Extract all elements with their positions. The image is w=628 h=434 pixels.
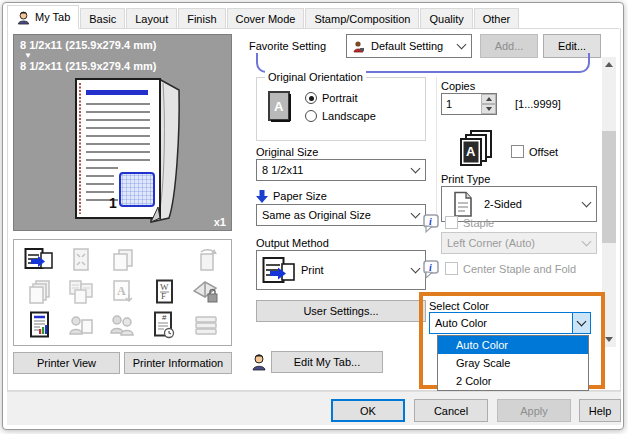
select-color-dropdown-list: Auto ColorGray Scale2 Color: [437, 335, 589, 391]
page-number-date-icon: #: [151, 311, 177, 339]
output-method-print-icon: [262, 256, 296, 286]
dialog-window: My TabBasicLayoutFinishCover ModeStamp/C…: [2, 2, 624, 430]
landscape-radio[interactable]: [305, 110, 317, 122]
original-orientation-group: Original Orientation A Portrait Landscap…: [256, 77, 426, 141]
original-size-label: Original Size: [256, 146, 318, 159]
staple-info-icon: i: [423, 214, 440, 234]
apply-button: Apply: [497, 399, 571, 422]
color-option-auto-color[interactable]: Auto Color: [438, 336, 588, 354]
tab-quality[interactable]: Quality: [420, 8, 472, 28]
edit-my-tab-button[interactable]: Edit My Tab...: [271, 351, 383, 373]
tab-bar: My TabBasicLayoutFinishCover ModeStamp/C…: [7, 5, 619, 29]
chevron-down-icon: [411, 209, 421, 219]
chevron-down-icon: [582, 198, 592, 208]
tab-label: Quality: [429, 13, 463, 25]
paper-size-label: Paper Size: [273, 190, 327, 203]
favorite-setting-value: Default Setting: [371, 40, 443, 52]
tab-cover-mode[interactable]: Cover Mode: [227, 8, 305, 28]
svg-text:A: A: [466, 144, 476, 159]
color-document-icon: [26, 311, 52, 339]
staple-checkbox: [445, 216, 458, 229]
tab-label: Stamp/Composition: [314, 13, 410, 25]
offset-checkbox[interactable]: [511, 145, 524, 158]
svg-text:i: i: [429, 216, 432, 227]
tab-basic[interactable]: Basic: [80, 8, 125, 28]
original-orientation-label: Original Orientation: [265, 71, 366, 83]
preview-arrow-down-icon: ▼: [24, 51, 32, 60]
help-button[interactable]: Help: [579, 399, 621, 422]
copies-decrement-button[interactable]: [481, 104, 496, 114]
tab-label: Basic: [89, 13, 116, 25]
svg-text:i: i: [429, 262, 432, 273]
print-type-label: Print Type: [441, 173, 490, 186]
landscape-label: Landscape: [322, 110, 376, 123]
staple-position-value: Left Corner (Auto): [447, 237, 535, 249]
two-sided-page-icon: [452, 191, 474, 218]
tab-label: Layout: [135, 13, 168, 25]
portrait-label: Portrait: [322, 92, 357, 105]
tab-layout[interactable]: Layout: [126, 8, 177, 28]
favorite-person-icon: [352, 40, 366, 54]
preview-page-number: 1: [109, 195, 117, 211]
center-staple-info-icon: i: [423, 260, 440, 280]
feature-icon-grid: A W F: [13, 239, 232, 346]
stacked-pages-icon: [26, 279, 52, 305]
printing-preferences-dialog: My TabBasicLayoutFinishCover ModeStamp/C…: [0, 0, 628, 434]
original-size-select[interactable]: 8 1/2x11: [256, 159, 426, 181]
copy-pages-icon: [109, 247, 135, 273]
paper-size-arrow-icon: [256, 190, 268, 203]
user-settings-button[interactable]: User Settings...: [256, 300, 426, 322]
account-track-icon: [107, 312, 137, 338]
svg-text:A: A: [274, 99, 284, 114]
tab-finish[interactable]: Finish: [178, 8, 225, 28]
printer-view-button[interactable]: Printer View: [13, 352, 120, 374]
original-size-value: 8 1/2x11: [262, 164, 303, 176]
preview-original-size: 8 1/2x11 (215.9x279.4 mm): [20, 39, 156, 51]
ok-button[interactable]: OK: [331, 399, 405, 422]
tab-stamp-composition[interactable]: Stamp/Composition: [305, 8, 419, 28]
print-preview-pane: 8 1/2x11 (215.9x279.4 mm) ▼ 8 1/2x11 (21…: [13, 34, 232, 231]
copies-input[interactable]: [442, 94, 481, 114]
paper-size-select[interactable]: Same as Original Size: [256, 204, 426, 226]
chevron-down-icon: [582, 237, 592, 247]
copies-range-label: [1...9999]: [515, 98, 561, 111]
favorite-setting-label: Favorite Setting: [249, 40, 326, 53]
color-option-2-color[interactable]: 2 Color: [438, 372, 588, 390]
tab-label: Finish: [187, 13, 216, 25]
output-method-label: Output Method: [256, 237, 329, 250]
portrait-radio[interactable]: [305, 92, 317, 104]
output-method-select[interactable]: Print: [256, 250, 426, 290]
tab-label: Cover Mode: [236, 13, 296, 25]
preview-paper-size: 8 1/2x11 (215.9x279.4 mm): [20, 60, 156, 72]
svg-text:A: A: [117, 284, 126, 298]
person-icon: [16, 10, 31, 25]
copies-stepper[interactable]: [441, 93, 497, 115]
preview-zoom-badge: x1: [214, 216, 226, 228]
tab-my-tab[interactable]: My Tab: [7, 5, 79, 29]
printer-output-icon: [24, 247, 54, 273]
printer-information-button[interactable]: Printer Information: [124, 352, 232, 374]
paper-size-value: Same as Original Size: [262, 209, 371, 221]
settings-scroll-area: Original Orientation A Portrait Landscap…: [249, 53, 617, 391]
tab-label: Other: [483, 13, 511, 25]
center-staple-label: Center Staple and Fold: [463, 263, 576, 276]
offset-pages-icon: A: [455, 129, 495, 169]
copies-increment-button[interactable]: [481, 94, 496, 104]
triangle-up-icon: [486, 97, 492, 101]
fit-page-icon: [68, 247, 94, 273]
orientation-portrait-icon: A: [267, 90, 293, 124]
document-preview-image: 1: [62, 75, 194, 225]
edit-my-tab-person-icon: [251, 353, 267, 371]
select-color-select[interactable]: Auto Color: [429, 312, 591, 334]
watermark-icon: W F: [151, 279, 177, 305]
select-color-value: Auto Color: [435, 317, 487, 329]
output-method-value: Print: [301, 264, 324, 276]
center-staple-checkbox: [445, 262, 458, 275]
tab-other[interactable]: Other: [474, 8, 520, 28]
rotate-page-icon: [193, 247, 219, 273]
chevron-down-icon: [457, 40, 467, 50]
column-divider: [436, 77, 437, 227]
staple-position-select: Left Corner (Auto): [441, 232, 597, 254]
cancel-button[interactable]: Cancel: [414, 399, 488, 422]
color-option-gray-scale[interactable]: Gray Scale: [438, 354, 588, 372]
